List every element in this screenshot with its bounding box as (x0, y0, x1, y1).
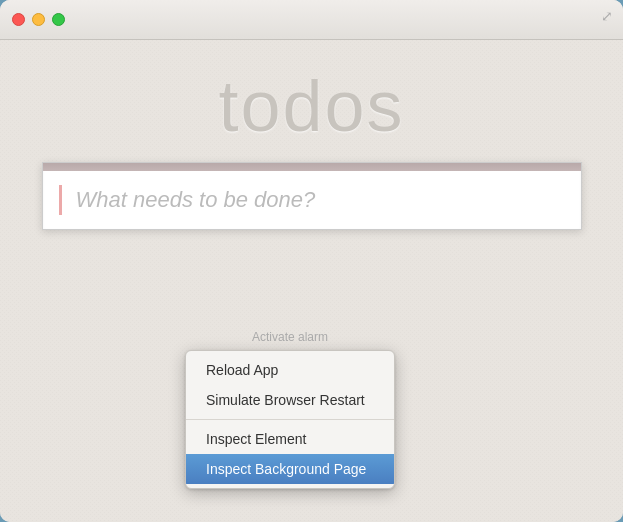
todo-input-placeholder[interactable]: What needs to be done? (76, 187, 316, 213)
resize-icon: ⤢ (601, 8, 613, 24)
minimize-button[interactable] (32, 13, 45, 26)
app-title: todos (218, 70, 404, 142)
input-accent (59, 185, 62, 215)
menu-item-reload-app[interactable]: Reload App (186, 355, 394, 385)
close-button[interactable] (12, 13, 25, 26)
traffic-lights (12, 13, 65, 26)
main-content: todos What needs to be done? Activate al… (0, 40, 623, 230)
input-header-bar (43, 163, 581, 171)
menu-item-inspect-background[interactable]: Inspect Background Page (186, 454, 394, 484)
menu-item-inspect-element[interactable]: Inspect Element (186, 424, 394, 454)
context-menu-area: Activate alarm Reload App Simulate Brows… (185, 330, 395, 489)
todo-input-container: What needs to be done? (42, 162, 582, 230)
app-window: ⤢ todos What needs to be done? Activate … (0, 0, 623, 522)
input-field-wrapper: What needs to be done? (43, 171, 581, 229)
menu-item-simulate-restart[interactable]: Simulate Browser Restart (186, 385, 394, 415)
context-menu-label: Activate alarm (252, 330, 328, 344)
menu-divider (186, 419, 394, 420)
titlebar: ⤢ (0, 0, 623, 40)
context-menu: Reload App Simulate Browser Restart Insp… (185, 350, 395, 489)
maximize-button[interactable] (52, 13, 65, 26)
